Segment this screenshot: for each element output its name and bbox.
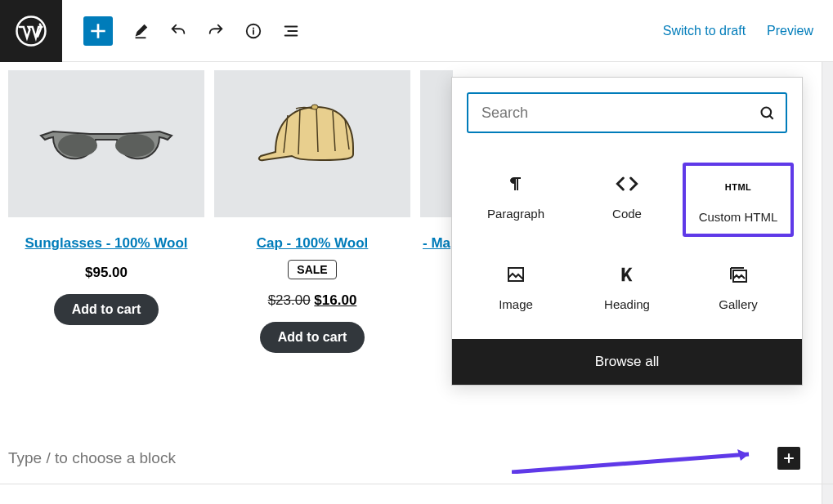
product-image [420, 70, 453, 217]
product-name-link[interactable]: Sunglasses - 100% Wool [8, 235, 204, 252]
block-label: Custom HTML [699, 210, 778, 224]
redo-icon [207, 22, 225, 40]
svg-point-2 [58, 134, 97, 157]
block-search-input[interactable] [467, 92, 787, 133]
preview-link[interactable]: Preview [767, 24, 813, 38]
product-card: - Ma [420, 70, 453, 353]
block-label: Image [499, 297, 533, 311]
product-price: $95.00 [8, 265, 204, 281]
wordpress-logo[interactable] [0, 0, 62, 62]
plus-icon [87, 20, 109, 42]
redo-button[interactable] [206, 21, 226, 41]
block-label: Code [612, 207, 642, 221]
heading-icon [616, 263, 638, 286]
svg-point-0 [17, 16, 46, 45]
block-inserter-popover: Paragraph Code HTML Custom HTML Image He… [451, 77, 803, 386]
svg-point-4 [311, 105, 318, 109]
pencil-icon [132, 22, 150, 40]
edit-mode-button[interactable] [131, 21, 150, 41]
product-name-link[interactable]: Cap - 100% Wool [214, 235, 410, 252]
outline-button[interactable] [281, 21, 301, 41]
plus-icon [781, 450, 797, 466]
undo-button[interactable] [168, 21, 188, 41]
product-price: $23.00 $16.00 [214, 292, 410, 309]
block-option-paragraph[interactable]: Paragraph [460, 163, 571, 237]
product-card: Cap - 100% Wool SALE $23.00 $16.00 Add t… [214, 70, 410, 353]
info-button[interactable] [244, 21, 263, 41]
paragraph-icon [504, 172, 527, 195]
settings-rail [822, 62, 833, 504]
add-block-button[interactable] [83, 16, 113, 46]
block-option-code[interactable]: Code [571, 163, 683, 237]
info-icon [244, 22, 262, 40]
block-option-gallery[interactable]: Gallery [683, 253, 794, 321]
block-option-custom-html[interactable]: HTML Custom HTML [683, 163, 794, 237]
editor-toolbar: Switch to draft Preview [0, 0, 833, 62]
sunglasses-illustration [37, 119, 176, 168]
inline-add-block-button[interactable] [777, 447, 800, 470]
block-prompt-text[interactable]: Type / to choose a block [8, 449, 176, 467]
svg-point-3 [115, 134, 155, 157]
image-icon [504, 263, 527, 286]
product-name-link[interactable]: - Ma [420, 235, 453, 252]
block-option-heading[interactable]: Heading [571, 253, 683, 321]
divider [0, 484, 833, 484]
block-label: Gallery [719, 297, 758, 311]
sale-price: $16.00 [314, 292, 356, 308]
svg-point-5 [762, 108, 772, 118]
sale-badge: SALE [288, 260, 336, 279]
switch-to-draft-link[interactable]: Switch to draft [663, 24, 746, 38]
browse-all-button[interactable]: Browse all [452, 339, 802, 385]
old-price: $23.00 [268, 292, 311, 308]
add-to-cart-button[interactable]: Add to cart [54, 294, 159, 325]
code-icon [616, 172, 638, 195]
search-icon [759, 105, 776, 122]
product-image [214, 70, 410, 217]
wordpress-icon [15, 15, 47, 47]
block-label: Paragraph [487, 207, 544, 221]
html-icon: HTML [727, 176, 750, 198]
add-to-cart-button[interactable]: Add to cart [260, 322, 365, 353]
product-card: Sunglasses - 100% Wool $95.00 Add to car… [8, 70, 204, 353]
cap-illustration [251, 99, 374, 189]
block-option-image[interactable]: Image [460, 253, 571, 321]
undo-icon [169, 22, 187, 40]
list-icon [282, 22, 300, 40]
product-image [8, 70, 204, 217]
block-label: Heading [604, 297, 650, 311]
gallery-icon [727, 263, 750, 286]
